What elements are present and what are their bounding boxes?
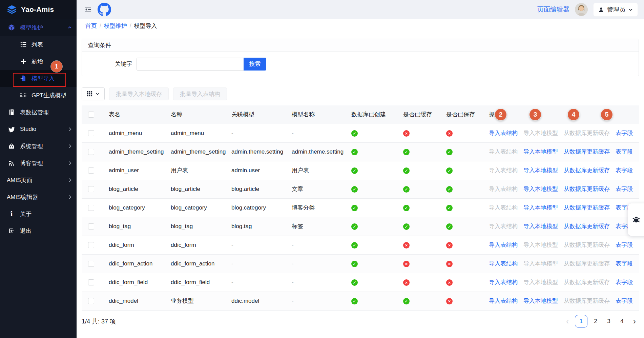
saved-status-icon: ✓ (446, 167, 453, 174)
sidebar-item-studio[interactable]: Studio (0, 121, 77, 138)
select-all-checkbox[interactable] (88, 112, 94, 118)
sidebar-item-amis-pages[interactable]: AMIS页面 (0, 172, 77, 188)
pagination-page-1[interactable]: 1 (575, 315, 587, 327)
cell-name: blog_tag (162, 217, 223, 236)
action-refresh-cache-from-db[interactable]: 从数据库更新缓存 (564, 148, 610, 155)
action-import-local-model[interactable]: 导入本地模型 (523, 298, 558, 304)
action-import-schema[interactable]: 导入表结构 (489, 260, 518, 267)
sidebar-item-model-import[interactable]: 模型导入 (0, 70, 77, 87)
action-import-schema[interactable]: 导入表结构 (489, 298, 518, 304)
cached-status-icon: ✓ (403, 205, 410, 211)
action-import-schema[interactable]: 导入表结构 (489, 167, 518, 174)
sidebar-item-about[interactable]: i 关于 (0, 205, 77, 222)
action-import-schema[interactable]: 导入表结构 (489, 279, 518, 285)
action-refresh-cache-from-db[interactable]: 从数据库更新缓存 (564, 130, 610, 136)
action-table-fields[interactable]: 表字段 (616, 167, 633, 174)
sidebar-item-label: 列表 (32, 41, 43, 48)
column-view-dropdown[interactable] (82, 87, 105, 100)
action-import-schema[interactable]: 导入表结构 (489, 186, 518, 192)
cell-related-model: blog.tag (223, 217, 283, 236)
github-icon[interactable] (98, 3, 111, 16)
pagination-page-3[interactable]: 3 (604, 318, 614, 325)
sidebar-item-system[interactable]: 系统管理 (0, 138, 77, 155)
row-checkbox[interactable] (88, 149, 94, 155)
pagination-summary: 1/4 共: 37 项 (82, 317, 116, 325)
action-table-fields[interactable]: 表字段 (616, 279, 633, 285)
cell-table-name: blog_article (100, 180, 162, 198)
sidebar-item-logout[interactable]: 退出 (0, 222, 77, 239)
row-checkbox[interactable] (88, 261, 94, 267)
dots-grid-icon (20, 92, 27, 98)
breadcrumb-model-maintenance[interactable]: 模型维护 (104, 22, 127, 30)
action-import-local-model[interactable]: 导入本地模型 (523, 242, 558, 248)
action-import-schema[interactable]: 导入表结构 (489, 223, 518, 230)
row-checkbox[interactable] (88, 279, 94, 285)
page-editor-link[interactable]: 页面编辑器 (537, 5, 569, 14)
table-row: ddic_form ddic_form - - ✓ × × 导入表结构导入本地模… (82, 236, 639, 254)
row-checkbox[interactable] (88, 130, 94, 136)
row-checkbox[interactable] (88, 186, 94, 192)
action-import-local-model[interactable]: 导入本地模型 (523, 130, 558, 136)
action-import-schema[interactable]: 导入表结构 (489, 204, 518, 211)
sidebar-item-label: 模型导入 (32, 75, 55, 82)
toolbox-icon (7, 143, 16, 150)
action-refresh-cache-from-db[interactable]: 从数据库更新缓存 (564, 242, 610, 248)
action-refresh-cache-from-db[interactable]: 从数据库更新缓存 (564, 223, 610, 230)
pagination-page-4[interactable]: 4 (617, 318, 627, 325)
row-checkbox[interactable] (88, 167, 94, 174)
action-refresh-cache-from-db[interactable]: 从数据库更新缓存 (564, 260, 610, 267)
pagination-next-icon[interactable]: › (630, 317, 639, 325)
action-refresh-cache-from-db[interactable]: 从数据库更新缓存 (564, 298, 610, 304)
sidebar-item-amis-editor[interactable]: AMIS编辑器 (0, 188, 77, 205)
search-button[interactable]: 搜索 (244, 58, 266, 71)
sidebar-item-model-maintenance[interactable]: 模型维护 (0, 19, 77, 36)
action-import-local-model[interactable]: 导入本地模型 (523, 148, 558, 155)
sidebar-item-gpt-generate[interactable]: GPT生成模型 (0, 87, 77, 104)
action-table-fields[interactable]: 表字段 (616, 130, 633, 136)
sidebar-collapse-icon[interactable] (84, 5, 92, 14)
row-checkbox[interactable] (88, 205, 94, 211)
sidebar-item-list[interactable]: 列表 (0, 36, 77, 53)
column-header-model-title: 模型名称 (283, 105, 343, 124)
action-import-local-model[interactable]: 导入本地模型 (523, 167, 558, 174)
action-import-schema[interactable]: 导入表结构 (489, 242, 518, 248)
pagination-page-2[interactable]: 2 (590, 318, 601, 325)
row-checkbox[interactable] (88, 223, 94, 230)
main-area: 页面编辑器 管理员 首页 / 模型维护 / 模型导 (77, 0, 644, 338)
bulk-import-cache-button[interactable]: 批量导入本地缓存 (109, 87, 169, 100)
action-import-local-model[interactable]: 导入本地模型 (523, 279, 558, 285)
bulk-import-schema-button[interactable]: 批量导入表结构 (173, 87, 227, 100)
debug-toggle-button[interactable] (628, 203, 644, 236)
logo[interactable]: Yao-Amis (0, 0, 77, 19)
action-import-local-model[interactable]: 导入本地模型 (523, 186, 558, 192)
sidebar-item-table-data[interactable]: 表数据管理 (0, 104, 77, 121)
keyword-input[interactable] (137, 58, 244, 71)
action-table-fields[interactable]: 表字段 (616, 298, 633, 304)
action-refresh-cache-from-db[interactable]: 从数据库更新缓存 (564, 186, 610, 192)
breadcrumb-home[interactable]: 首页 (85, 22, 97, 30)
cube-icon (7, 24, 16, 31)
action-table-fields[interactable]: 表字段 (616, 260, 633, 267)
action-refresh-cache-from-db[interactable]: 从数据库更新缓存 (564, 167, 610, 174)
table-row: ddic_model 业务模型 ddic.model - ✓ ✓ × 导入表结构… (82, 292, 639, 310)
cell-table-name: blog_category (100, 198, 162, 217)
action-table-fields[interactable]: 表字段 (616, 148, 633, 155)
sidebar-item-blog[interactable]: 博客管理 (0, 155, 77, 172)
action-table-fields[interactable]: 表字段 (616, 242, 633, 248)
action-import-local-model[interactable]: 导入本地模型 (523, 204, 558, 211)
grid-icon (87, 91, 93, 97)
user-menu-button[interactable]: 管理员 (593, 3, 638, 17)
avatar[interactable] (575, 3, 588, 16)
action-refresh-cache-from-db[interactable]: 从数据库更新缓存 (564, 279, 610, 285)
action-import-schema[interactable]: 导入表结构 (489, 130, 518, 136)
action-table-fields[interactable]: 表字段 (616, 186, 633, 192)
row-checkbox[interactable] (88, 298, 94, 304)
row-checkbox[interactable] (88, 242, 94, 248)
action-import-local-model[interactable]: 导入本地模型 (523, 260, 558, 267)
pagination-prev-icon[interactable]: ‹ (563, 317, 572, 325)
action-import-schema[interactable]: 导入表结构 (489, 148, 518, 155)
action-import-local-model[interactable]: 导入本地模型 (523, 223, 558, 230)
action-refresh-cache-from-db[interactable]: 从数据库更新缓存 (564, 204, 610, 211)
cell-table-name: ddic_form_field (100, 273, 162, 292)
sidebar-item-add[interactable]: 新增 (0, 53, 77, 70)
